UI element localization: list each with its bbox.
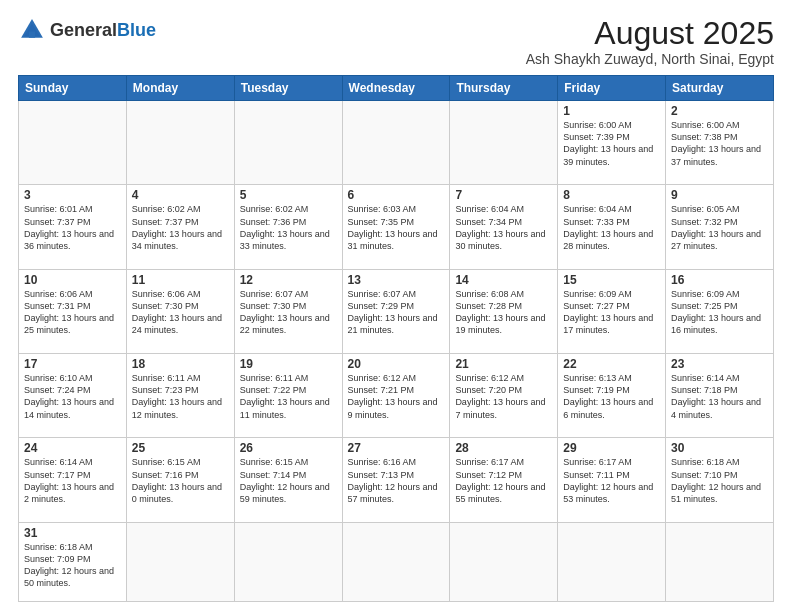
table-row	[126, 522, 234, 601]
day-info: Sunrise: 6:07 AM Sunset: 7:30 PM Dayligh…	[240, 288, 337, 337]
table-row: 12Sunrise: 6:07 AM Sunset: 7:30 PM Dayli…	[234, 269, 342, 353]
table-row: 1Sunrise: 6:00 AM Sunset: 7:39 PM Daylig…	[558, 101, 666, 185]
table-row: 8Sunrise: 6:04 AM Sunset: 7:33 PM Daylig…	[558, 185, 666, 269]
table-row	[450, 522, 558, 601]
day-info: Sunrise: 6:15 AM Sunset: 7:16 PM Dayligh…	[132, 456, 229, 505]
day-info: Sunrise: 6:12 AM Sunset: 7:20 PM Dayligh…	[455, 372, 552, 421]
day-info: Sunrise: 6:18 AM Sunset: 7:09 PM Dayligh…	[24, 541, 121, 590]
day-info: Sunrise: 6:12 AM Sunset: 7:21 PM Dayligh…	[348, 372, 445, 421]
day-info: Sunrise: 6:18 AM Sunset: 7:10 PM Dayligh…	[671, 456, 768, 505]
day-number: 10	[24, 273, 121, 287]
day-info: Sunrise: 6:06 AM Sunset: 7:31 PM Dayligh…	[24, 288, 121, 337]
table-row: 21Sunrise: 6:12 AM Sunset: 7:20 PM Dayli…	[450, 354, 558, 438]
table-row: 13Sunrise: 6:07 AM Sunset: 7:29 PM Dayli…	[342, 269, 450, 353]
col-friday: Friday	[558, 76, 666, 101]
table-row: 2Sunrise: 6:00 AM Sunset: 7:38 PM Daylig…	[666, 101, 774, 185]
table-row: 26Sunrise: 6:15 AM Sunset: 7:14 PM Dayli…	[234, 438, 342, 522]
table-row: 23Sunrise: 6:14 AM Sunset: 7:18 PM Dayli…	[666, 354, 774, 438]
day-number: 20	[348, 357, 445, 371]
page: GeneralBlue August 2025 Ash Shaykh Zuway…	[0, 0, 792, 612]
table-row: 20Sunrise: 6:12 AM Sunset: 7:21 PM Dayli…	[342, 354, 450, 438]
table-row	[19, 101, 127, 185]
col-wednesday: Wednesday	[342, 76, 450, 101]
table-row: 15Sunrise: 6:09 AM Sunset: 7:27 PM Dayli…	[558, 269, 666, 353]
day-number: 14	[455, 273, 552, 287]
table-row: 29Sunrise: 6:17 AM Sunset: 7:11 PM Dayli…	[558, 438, 666, 522]
table-row: 14Sunrise: 6:08 AM Sunset: 7:28 PM Dayli…	[450, 269, 558, 353]
calendar-table: Sunday Monday Tuesday Wednesday Thursday…	[18, 75, 774, 602]
table-row: 28Sunrise: 6:17 AM Sunset: 7:12 PM Dayli…	[450, 438, 558, 522]
header: GeneralBlue August 2025 Ash Shaykh Zuway…	[18, 16, 774, 67]
table-row: 31Sunrise: 6:18 AM Sunset: 7:09 PM Dayli…	[19, 522, 127, 601]
table-row: 18Sunrise: 6:11 AM Sunset: 7:23 PM Dayli…	[126, 354, 234, 438]
day-number: 6	[348, 188, 445, 202]
day-info: Sunrise: 6:11 AM Sunset: 7:22 PM Dayligh…	[240, 372, 337, 421]
table-row	[234, 522, 342, 601]
day-number: 18	[132, 357, 229, 371]
day-number: 31	[24, 526, 121, 540]
day-info: Sunrise: 6:10 AM Sunset: 7:24 PM Dayligh…	[24, 372, 121, 421]
day-number: 22	[563, 357, 660, 371]
day-info: Sunrise: 6:00 AM Sunset: 7:39 PM Dayligh…	[563, 119, 660, 168]
day-info: Sunrise: 6:00 AM Sunset: 7:38 PM Dayligh…	[671, 119, 768, 168]
day-info: Sunrise: 6:04 AM Sunset: 7:33 PM Dayligh…	[563, 203, 660, 252]
day-info: Sunrise: 6:09 AM Sunset: 7:27 PM Dayligh…	[563, 288, 660, 337]
table-row: 25Sunrise: 6:15 AM Sunset: 7:16 PM Dayli…	[126, 438, 234, 522]
table-row: 30Sunrise: 6:18 AM Sunset: 7:10 PM Dayli…	[666, 438, 774, 522]
logo-text: GeneralBlue	[50, 21, 156, 39]
day-number: 4	[132, 188, 229, 202]
table-row	[450, 101, 558, 185]
day-number: 1	[563, 104, 660, 118]
col-tuesday: Tuesday	[234, 76, 342, 101]
logo: GeneralBlue	[18, 16, 156, 44]
table-row: 5Sunrise: 6:02 AM Sunset: 7:36 PM Daylig…	[234, 185, 342, 269]
day-number: 5	[240, 188, 337, 202]
svg-rect-2	[29, 32, 35, 38]
day-info: Sunrise: 6:06 AM Sunset: 7:30 PM Dayligh…	[132, 288, 229, 337]
table-row	[234, 101, 342, 185]
day-number: 19	[240, 357, 337, 371]
col-thursday: Thursday	[450, 76, 558, 101]
day-info: Sunrise: 6:03 AM Sunset: 7:35 PM Dayligh…	[348, 203, 445, 252]
day-number: 7	[455, 188, 552, 202]
table-row: 4Sunrise: 6:02 AM Sunset: 7:37 PM Daylig…	[126, 185, 234, 269]
table-row: 24Sunrise: 6:14 AM Sunset: 7:17 PM Dayli…	[19, 438, 127, 522]
day-number: 11	[132, 273, 229, 287]
day-number: 27	[348, 441, 445, 455]
logo-general-blue: GeneralBlue	[50, 21, 156, 39]
day-info: Sunrise: 6:09 AM Sunset: 7:25 PM Dayligh…	[671, 288, 768, 337]
col-sunday: Sunday	[19, 76, 127, 101]
day-info: Sunrise: 6:14 AM Sunset: 7:17 PM Dayligh…	[24, 456, 121, 505]
table-row: 22Sunrise: 6:13 AM Sunset: 7:19 PM Dayli…	[558, 354, 666, 438]
day-number: 24	[24, 441, 121, 455]
day-number: 9	[671, 188, 768, 202]
table-row: 17Sunrise: 6:10 AM Sunset: 7:24 PM Dayli…	[19, 354, 127, 438]
table-row: 9Sunrise: 6:05 AM Sunset: 7:32 PM Daylig…	[666, 185, 774, 269]
logo-blue-word: Blue	[117, 20, 156, 40]
day-info: Sunrise: 6:04 AM Sunset: 7:34 PM Dayligh…	[455, 203, 552, 252]
title-block: August 2025 Ash Shaykh Zuwayd, North Sin…	[526, 16, 774, 67]
table-row: 7Sunrise: 6:04 AM Sunset: 7:34 PM Daylig…	[450, 185, 558, 269]
table-row: 11Sunrise: 6:06 AM Sunset: 7:30 PM Dayli…	[126, 269, 234, 353]
day-info: Sunrise: 6:16 AM Sunset: 7:13 PM Dayligh…	[348, 456, 445, 505]
day-number: 2	[671, 104, 768, 118]
calendar-header-row: Sunday Monday Tuesday Wednesday Thursday…	[19, 76, 774, 101]
col-monday: Monday	[126, 76, 234, 101]
table-row	[666, 522, 774, 601]
table-row	[342, 101, 450, 185]
day-info: Sunrise: 6:17 AM Sunset: 7:12 PM Dayligh…	[455, 456, 552, 505]
day-info: Sunrise: 6:07 AM Sunset: 7:29 PM Dayligh…	[348, 288, 445, 337]
day-number: 13	[348, 273, 445, 287]
day-number: 25	[132, 441, 229, 455]
table-row: 3Sunrise: 6:01 AM Sunset: 7:37 PM Daylig…	[19, 185, 127, 269]
logo-general-word: General	[50, 20, 117, 40]
day-number: 12	[240, 273, 337, 287]
table-row: 27Sunrise: 6:16 AM Sunset: 7:13 PM Dayli…	[342, 438, 450, 522]
day-info: Sunrise: 6:14 AM Sunset: 7:18 PM Dayligh…	[671, 372, 768, 421]
day-info: Sunrise: 6:01 AM Sunset: 7:37 PM Dayligh…	[24, 203, 121, 252]
day-info: Sunrise: 6:11 AM Sunset: 7:23 PM Dayligh…	[132, 372, 229, 421]
day-number: 28	[455, 441, 552, 455]
table-row: 6Sunrise: 6:03 AM Sunset: 7:35 PM Daylig…	[342, 185, 450, 269]
day-info: Sunrise: 6:08 AM Sunset: 7:28 PM Dayligh…	[455, 288, 552, 337]
day-info: Sunrise: 6:13 AM Sunset: 7:19 PM Dayligh…	[563, 372, 660, 421]
